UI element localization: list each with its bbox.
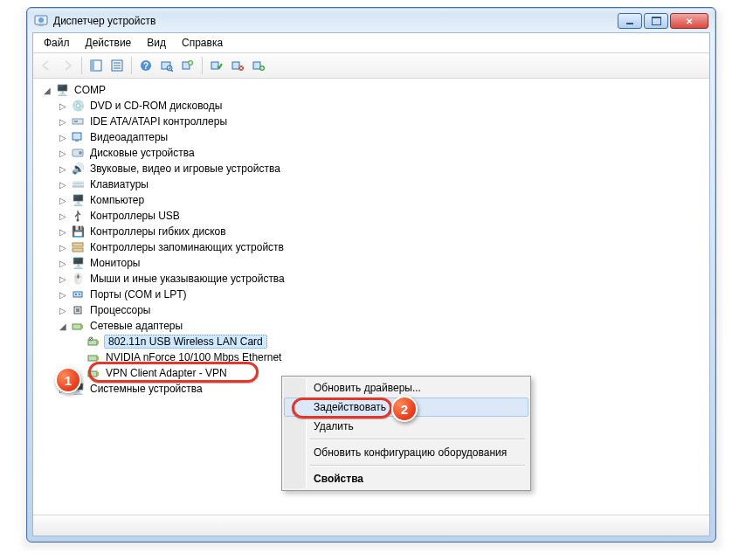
display-adapter-icon (71, 130, 85, 144)
uninstall-device-button[interactable] (228, 56, 247, 75)
disc-icon: 💿 (71, 99, 85, 113)
system-device-icon: 🖥️ (71, 382, 85, 396)
device-nforce[interactable]: ▷NVIDIA nForce 10/100 Mbps Ethernet (73, 349, 704, 365)
storage-controller-icon (71, 240, 85, 254)
category-monitor[interactable]: ▷🖥️Мониторы (58, 255, 704, 271)
minimize-button[interactable] (618, 13, 642, 29)
svg-text:?: ? (143, 61, 149, 71)
svg-rect-1 (38, 24, 44, 26)
svg-point-30 (79, 151, 82, 155)
context-item-delete[interactable]: Удалить (284, 417, 528, 436)
svg-rect-47 (97, 372, 99, 376)
category-dvd[interactable]: ▷💿DVD и CD-ROM дисководы (58, 98, 704, 114)
properties-button[interactable] (107, 56, 127, 75)
toolbar: ? (33, 53, 709, 79)
maximize-button[interactable] (644, 13, 668, 29)
enable-device-button[interactable] (207, 56, 226, 75)
context-menu: Обновить драйверы... Задействовать Удали… (281, 376, 531, 491)
category-processor[interactable]: ▷Процессоры (58, 302, 704, 318)
svg-rect-42 (97, 341, 99, 344)
category-mouse[interactable]: ▷🖱️Мыши и иные указывающие устройства (58, 271, 704, 287)
menu-view[interactable]: Вид (140, 35, 173, 51)
svg-rect-4 (91, 60, 94, 71)
category-floppy[interactable]: ▷💾Контроллеры гибких дисков (58, 224, 704, 239)
category-ports[interactable]: ▷Порты (COM и LPT) (58, 287, 704, 302)
network-adapter-icon (86, 335, 100, 349)
svg-rect-17 (232, 62, 239, 69)
svg-rect-16 (211, 62, 218, 69)
category-computer[interactable]: ▷🖥️Компьютер (58, 192, 704, 208)
svg-rect-44 (88, 356, 97, 361)
svg-rect-45 (97, 356, 99, 360)
context-item-enable[interactable]: Задействовать (284, 398, 528, 417)
network-adapter-icon (86, 350, 100, 364)
menu-action[interactable]: Действие (79, 35, 139, 51)
pc-icon: 🖥️ (71, 193, 85, 207)
svg-rect-27 (73, 133, 81, 140)
svg-rect-32 (73, 243, 83, 246)
keyboard-icon: ⌨️ (71, 177, 85, 191)
svg-rect-33 (73, 248, 83, 252)
cpu-icon (71, 303, 85, 317)
svg-rect-21 (253, 62, 260, 69)
category-keyboard[interactable]: ▷⌨️Клавиатуры (58, 176, 704, 192)
back-button (37, 56, 56, 75)
sound-icon: 🔊 (71, 162, 85, 176)
forward-button (58, 56, 77, 75)
ide-icon (71, 114, 85, 128)
mouse-icon: 🖱️ (71, 272, 85, 286)
category-video[interactable]: ▷Видеоадаптеры (58, 129, 704, 145)
scan-hardware-button[interactable] (157, 56, 176, 75)
help-button[interactable]: ? (136, 56, 155, 75)
category-disk[interactable]: ▷Дисковые устройства (58, 145, 704, 161)
context-item-scan-hardware[interactable]: Обновить конфигурацию оборудования (284, 443, 528, 462)
tree-root[interactable]: ◢ 🖥️ COMP (42, 82, 704, 98)
device-wifi-label: 802.11n USB Wireless LAN Card (104, 335, 267, 349)
disk-icon (71, 146, 85, 160)
menu-bar: Файл Действие Вид Справка (33, 33, 709, 53)
svg-rect-40 (81, 325, 83, 328)
category-ide[interactable]: ▷IDE ATA/ATAPI контроллеры (58, 114, 704, 129)
category-network[interactable]: ◢Сетевые адаптеры (58, 318, 704, 334)
svg-rect-34 (73, 292, 82, 297)
category-storage[interactable]: ▷Контроллеры запоминающих устройств (58, 239, 704, 255)
svg-rect-38 (76, 308, 79, 312)
svg-point-2 (38, 17, 44, 23)
monitor-icon: 🖥️ (71, 256, 85, 270)
svg-point-35 (75, 294, 77, 295)
window-title: Диспетчер устройств (53, 15, 618, 27)
tree-root-label: COMP (73, 84, 107, 96)
svg-point-31 (77, 219, 79, 222)
port-icon (71, 287, 85, 301)
context-item-update-drivers[interactable]: Обновить драйверы... (284, 378, 528, 398)
computer-icon: 🖥️ (55, 83, 69, 97)
close-button[interactable] (670, 13, 708, 29)
network-adapter-icon (86, 366, 100, 380)
svg-line-13 (171, 70, 173, 72)
svg-rect-28 (75, 140, 79, 142)
show-details-button[interactable] (86, 56, 106, 75)
svg-rect-46 (88, 371, 97, 377)
svg-rect-26 (74, 121, 78, 122)
context-item-properties[interactable]: Свойства (284, 469, 528, 488)
menu-help[interactable]: Справка (175, 35, 230, 51)
floppy-icon: 💾 (71, 225, 85, 239)
category-sound[interactable]: ▷🔊Звуковые, видео и игровые устройства (58, 161, 704, 176)
add-legacy-hardware-button[interactable] (249, 56, 268, 75)
svg-point-36 (79, 294, 80, 295)
app-icon (34, 14, 48, 28)
menu-file[interactable]: Файл (37, 35, 77, 51)
update-driver-button[interactable] (178, 56, 197, 75)
device-wifi[interactable]: ▷802.11n USB Wireless LAN Card (73, 334, 704, 349)
titlebar[interactable]: Диспетчер устройств (32, 13, 710, 32)
category-usb[interactable]: ▷Контроллеры USB (58, 208, 704, 224)
svg-rect-39 (73, 324, 81, 329)
network-adapter-icon (71, 319, 85, 333)
status-bar (33, 515, 709, 536)
usb-icon (71, 209, 85, 223)
